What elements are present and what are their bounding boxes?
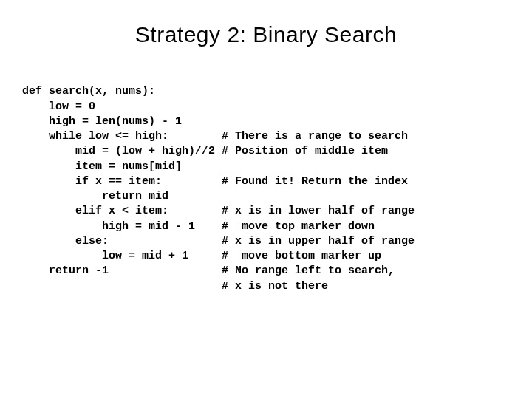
slide-title: Strategy 2: Binary Search <box>22 22 510 47</box>
code-line: high = mid - 1 # move top marker down <box>22 220 375 233</box>
code-line: mid = (low + high)//2 # Position of midd… <box>22 145 388 157</box>
code-line: item = nums[mid] <box>22 160 182 173</box>
code-line: return mid <box>22 190 168 202</box>
code-line: while low <= high: # There is a range to… <box>22 130 408 143</box>
code-line: if x == item: # Found it! Return the ind… <box>22 175 408 188</box>
code-line: return -1 # No range left to search, <box>22 265 395 277</box>
slide: Strategy 2: Binary Search def search(x, … <box>0 0 532 399</box>
code-line: else: # x is in upper half of range <box>22 235 415 248</box>
code-line: elif x < item: # x is in lower half of r… <box>22 205 415 217</box>
code-line: low = 0 <box>22 100 95 113</box>
code-line: low = mid + 1 # move bottom marker up <box>22 250 381 262</box>
code-block: def search(x, nums): low = 0 high = len(… <box>22 69 510 294</box>
code-line: def search(x, nums): <box>22 85 155 98</box>
code-line: # x is not there <box>22 280 328 293</box>
code-line: high = len(nums) - 1 <box>22 115 182 128</box>
